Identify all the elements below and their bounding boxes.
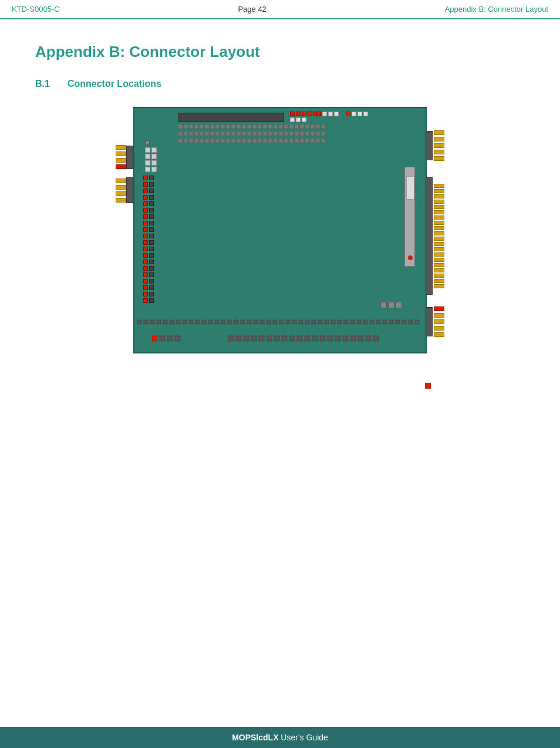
svg-rect-110: [305, 320, 309, 324]
svg-rect-107: [286, 320, 290, 324]
svg-rect-106: [279, 320, 284, 324]
svg-rect-66: [231, 139, 235, 143]
svg-rect-20: [284, 124, 288, 129]
svg-rect-81: [311, 139, 315, 143]
svg-rect-130: [167, 336, 173, 341]
svg-rect-14: [252, 124, 257, 129]
right-large-connector: [426, 177, 444, 295]
svg-rect-103: [260, 320, 264, 324]
svg-rect-51: [300, 132, 304, 136]
svg-rect-79: [300, 139, 304, 143]
svg-rect-22: [295, 124, 299, 129]
svg-rect-34: [210, 132, 214, 136]
bottom-right-3pin: [380, 302, 402, 308]
svg-rect-55: [321, 132, 325, 136]
svg-rect-85: [144, 320, 148, 324]
svg-rect-64: [221, 139, 225, 143]
svg-rect-54: [316, 132, 320, 136]
svg-rect-138: [274, 336, 279, 341]
page-number: Page 42: [238, 5, 266, 14]
svg-rect-119: [363, 320, 367, 324]
svg-rect-108: [292, 320, 296, 324]
right-upper-connector1: [426, 130, 444, 161]
svg-rect-44: [263, 132, 267, 136]
svg-rect-114: [331, 320, 335, 324]
svg-rect-57: [184, 139, 188, 143]
svg-rect-104: [266, 320, 271, 324]
left-side-connectors: [143, 176, 154, 303]
svg-rect-74: [274, 139, 278, 143]
svg-rect-10: [231, 124, 235, 129]
svg-rect-94: [202, 320, 206, 324]
svg-rect-39: [237, 132, 241, 136]
svg-rect-50: [295, 132, 299, 136]
svg-rect-151: [373, 336, 379, 341]
svg-rect-102: [254, 320, 258, 324]
svg-rect-2: [189, 124, 193, 129]
svg-rect-86: [150, 320, 154, 324]
svg-rect-33: [205, 132, 209, 136]
footer: MOPSlcdLX User's Guide: [0, 727, 560, 748]
svg-rect-84: [137, 320, 141, 324]
svg-rect-148: [350, 336, 356, 341]
svg-rect-98: [228, 320, 232, 324]
svg-rect-32: [200, 132, 204, 136]
svg-rect-124: [396, 320, 400, 324]
svg-rect-142: [305, 336, 310, 341]
svg-rect-29: [184, 132, 188, 136]
bottom-row1: [137, 319, 425, 326]
svg-rect-70: [252, 139, 257, 143]
svg-rect-53: [311, 132, 315, 136]
svg-rect-90: [176, 320, 180, 324]
svg-rect-141: [297, 336, 302, 341]
svg-rect-133: [236, 336, 241, 341]
svg-rect-101: [247, 320, 251, 324]
svg-rect-27: [321, 124, 325, 129]
svg-rect-43: [258, 132, 262, 136]
svg-rect-11: [237, 124, 241, 129]
svg-rect-87: [157, 320, 161, 324]
svg-rect-59: [194, 139, 198, 143]
svg-rect-150: [366, 336, 371, 341]
svg-rect-122: [383, 320, 387, 324]
svg-rect-45: [268, 132, 272, 136]
svg-rect-26: [316, 124, 320, 129]
svg-rect-5: [205, 124, 209, 129]
footer-product-regular: User's Guide: [278, 733, 328, 742]
svg-rect-139: [282, 336, 287, 341]
svg-rect-147: [343, 336, 348, 341]
svg-rect-48: [284, 132, 288, 136]
right-lower-connector: [426, 306, 444, 337]
svg-rect-0: [178, 124, 183, 129]
svg-rect-21: [289, 124, 294, 129]
svg-rect-88: [163, 320, 167, 324]
svg-rect-82: [316, 139, 320, 143]
svg-rect-67: [237, 139, 241, 143]
svg-rect-25: [311, 124, 315, 129]
ribbon-connector: [178, 113, 284, 122]
small-connector-topleft: [145, 140, 157, 172]
footer-product-bold: MOPSlcdLX: [232, 733, 278, 742]
svg-rect-77: [289, 139, 294, 143]
svg-rect-120: [370, 320, 374, 324]
svg-rect-144: [320, 336, 325, 341]
svg-rect-109: [299, 320, 303, 324]
svg-rect-12: [242, 124, 246, 129]
svg-rect-60: [200, 139, 204, 143]
legend-red-dot: [425, 383, 431, 389]
svg-rect-61: [205, 139, 209, 143]
svg-rect-18: [274, 124, 278, 129]
top-connector-white: [316, 112, 339, 116]
svg-rect-105: [273, 320, 277, 324]
right-slider-connector: [404, 167, 415, 267]
svg-rect-1: [184, 124, 188, 129]
svg-rect-112: [318, 320, 322, 324]
svg-rect-28: [178, 132, 183, 136]
pcb-board: // We'll generate these inline with a lo…: [133, 107, 427, 353]
svg-rect-35: [215, 132, 220, 136]
svg-rect-96: [215, 320, 219, 324]
svg-rect-75: [279, 139, 283, 143]
bottom-left-group: [152, 335, 199, 342]
svg-rect-113: [325, 320, 329, 324]
bottom-right-row: [228, 335, 422, 342]
